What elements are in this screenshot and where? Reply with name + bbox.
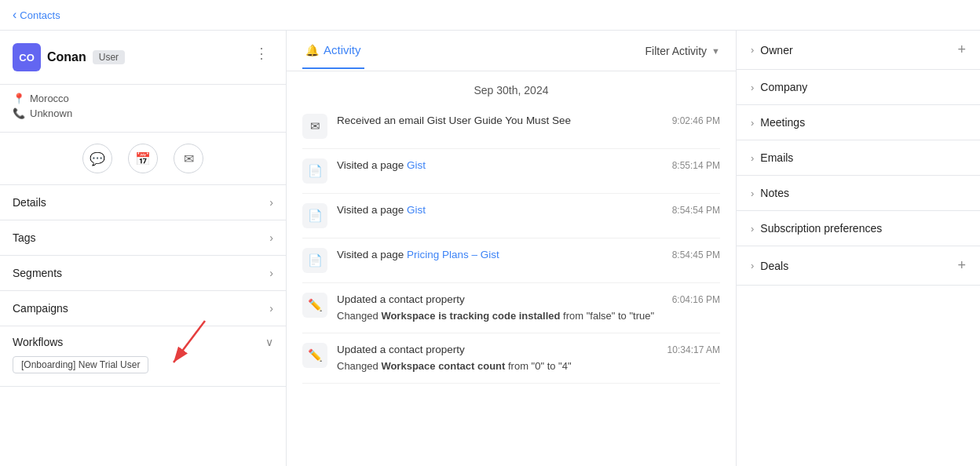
workflows-label: Workflows	[13, 336, 63, 348]
chevron-right-icon: ›	[269, 302, 273, 315]
sidebar-item-details[interactable]: Details ›	[0, 185, 286, 220]
right-section-deals[interactable]: › Deals +	[737, 246, 980, 286]
edit-activity-icon: ✏️	[302, 343, 327, 368]
right-section-subscription-preferences[interactable]: › Subscription preferences	[737, 211, 980, 246]
page-activity-icon: 📄	[302, 203, 327, 228]
segments-label: Segments	[13, 267, 62, 279]
sidebar-item-segments[interactable]: Segments ›	[0, 256, 286, 291]
chevron-right-icon: ›	[751, 187, 754, 199]
activity-detail: Changed Workspace contact count from "0"…	[337, 359, 658, 373]
campaigns-label: Campaigns	[13, 302, 68, 315]
activity-text: Visited a page Gist	[337, 159, 426, 171]
activity-item: 📄 Visited a page Gist 8:55:14 PM	[302, 149, 720, 194]
right-section-emails[interactable]: › Emails	[737, 140, 980, 176]
filter-activity-button[interactable]: Filter Activity ▼	[645, 45, 720, 57]
activity-text: Received an email Gist User Guide You Mu…	[337, 115, 571, 126]
subscription-label: Subscription preferences	[760, 222, 882, 235]
chevron-right-icon: ›	[751, 44, 754, 56]
avatar: CO	[13, 43, 41, 71]
back-link[interactable]: Contacts	[13, 8, 967, 22]
chevron-down-icon[interactable]: ∨	[265, 336, 273, 348]
chevron-right-icon: ›	[751, 260, 754, 271]
location-meta: 📍 Morocco	[13, 93, 273, 104]
activity-time: 8:55:14 PM	[672, 158, 720, 171]
activity-text: Visited a page Gist	[337, 204, 426, 216]
date-divider: Sep 30th, 2024	[302, 71, 720, 104]
tab-activity-label: Activity	[324, 43, 361, 56]
contact-name-wrap: Conan User	[47, 50, 125, 64]
activity-link[interactable]: Pricing Plans – Gist	[407, 249, 499, 260]
contact-header: CO Conan User ⋮	[0, 31, 286, 85]
activity-time: 6:04:16 PM	[672, 293, 720, 305]
phone-value: Unknown	[30, 107, 72, 119]
contact-name-row: Conan User	[47, 50, 125, 64]
owner-label: Owner	[760, 44, 792, 56]
main-layout: CO Conan User ⋮ 📍 Morocco �	[0, 31, 980, 466]
notes-label: Notes	[760, 187, 789, 199]
activity-text: Updated a contact property	[337, 293, 663, 308]
activity-text: Updated a contact property	[337, 343, 658, 358]
activity-text: Visited a page Pricing Plans – Gist	[337, 249, 499, 260]
activity-link[interactable]: Gist	[407, 204, 426, 216]
filter-label: Filter Activity	[645, 45, 708, 57]
workflow-section: Workflows ∨ [Onboarding] New Trial User	[0, 326, 286, 387]
activity-content: Received an email Gist User Guide You Mu…	[337, 114, 663, 129]
activity-time: 10:34:17 AM	[667, 343, 720, 355]
email-activity-icon: ✉	[302, 114, 327, 139]
calendar-button[interactable]: 📅	[128, 144, 158, 173]
chevron-right-icon: ›	[269, 267, 273, 279]
email-button[interactable]: ✉	[174, 144, 203, 173]
deals-plus-button[interactable]: +	[957, 257, 966, 274]
action-buttons: 💬 📅 ✉	[0, 133, 286, 185]
subscription-label-row: › Subscription preferences	[751, 222, 882, 235]
activity-feed: Sep 30th, 2024 ✉ Received an email Gist …	[287, 71, 736, 466]
workflow-header: Workflows ∨	[13, 336, 273, 348]
chevron-right-icon: ›	[751, 152, 754, 164]
contact-meta: 📍 Morocco 📞 Unknown	[0, 93, 286, 133]
emails-label-row: › Emails	[751, 151, 793, 164]
company-label: Company	[760, 81, 807, 93]
notes-label-row: › Notes	[751, 187, 789, 199]
activity-item: 📄 Visited a page Pricing Plans – Gist 8:…	[302, 238, 720, 283]
sidebar-item-campaigns[interactable]: Campaigns ›	[0, 291, 286, 326]
owner-plus-button[interactable]: +	[957, 42, 966, 58]
activity-link[interactable]: Gist	[407, 159, 426, 171]
right-section-notes[interactable]: › Notes	[737, 176, 980, 211]
workflow-tag[interactable]: [Onboarding] New Trial User	[13, 356, 148, 373]
page-activity-icon: 📄	[302, 248, 327, 273]
activity-item: ✉ Received an email Gist User Guide You …	[302, 104, 720, 149]
app-container: Contacts CO Conan User ⋮	[0, 0, 980, 466]
chevron-right-icon: ›	[751, 82, 754, 93]
chevron-right-icon: ›	[751, 117, 754, 129]
sidebar-item-tags[interactable]: Tags ›	[0, 220, 286, 256]
comment-button[interactable]: 💬	[82, 144, 112, 173]
center-panel: 🔔 Activity Filter Activity ▼ Sep 30th, 2…	[287, 31, 737, 466]
right-section-meetings[interactable]: › Meetings	[737, 105, 980, 140]
left-panel: CO Conan User ⋮ 📍 Morocco �	[0, 31, 287, 466]
activity-text-prefix: Visited a page	[337, 249, 407, 260]
chevron-right-icon: ›	[269, 231, 273, 244]
deals-label: Deals	[760, 260, 788, 272]
activity-item: ✏️ Updated a contact property Changed Wo…	[302, 333, 720, 384]
chevron-right-icon: ›	[751, 223, 754, 235]
phone-meta: 📞 Unknown	[13, 107, 273, 119]
phone-icon: 📞	[13, 107, 25, 119]
right-section-company[interactable]: › Company	[737, 70, 980, 105]
kebab-menu-button[interactable]: ⋮	[250, 43, 273, 64]
tags-label: Tags	[13, 231, 36, 244]
deals-label-row: › Deals	[751, 260, 788, 272]
right-section-owner[interactable]: › Owner +	[737, 31, 980, 70]
owner-label-row: › Owner	[751, 44, 793, 56]
top-bar: Contacts	[0, 0, 980, 31]
contact-badge: User	[93, 50, 125, 64]
chevron-right-icon: ›	[269, 196, 273, 209]
contact-name: Conan	[47, 50, 86, 64]
contact-info: CO Conan User	[13, 43, 125, 71]
activity-content: Updated a contact property Changed Works…	[337, 293, 663, 323]
tab-activity[interactable]: 🔔 Activity	[302, 32, 364, 69]
activity-item: ✏️ Updated a contact property Changed Wo…	[302, 283, 720, 333]
page-activity-icon: 📄	[302, 158, 327, 184]
activity-time: 9:02:46 PM	[672, 114, 720, 126]
location-value: Morocco	[30, 93, 69, 104]
meetings-label: Meetings	[760, 116, 805, 129]
